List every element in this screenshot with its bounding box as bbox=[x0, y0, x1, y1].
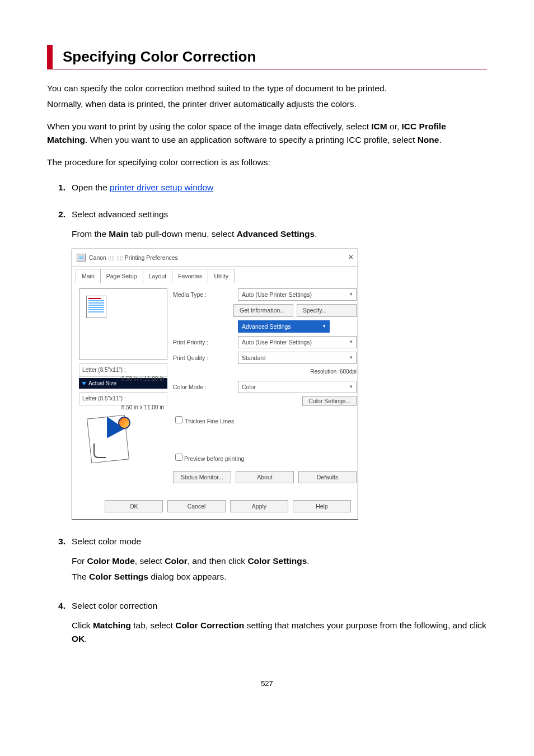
tab-favorites[interactable]: Favorites bbox=[172, 269, 208, 283]
step-3-body-1: For Color Mode, select Color, and then c… bbox=[72, 554, 487, 568]
about-button[interactable]: About bbox=[236, 471, 294, 483]
chevron-down-icon: ▾ bbox=[350, 338, 353, 346]
color-mode-label: Color Mode : bbox=[173, 382, 233, 391]
specify-button[interactable]: Specify... bbox=[297, 304, 357, 316]
apply-button[interactable]: Apply bbox=[230, 500, 288, 512]
defaults-button[interactable]: Defaults bbox=[298, 471, 357, 483]
step-1-head: Open the printer driver setup window bbox=[58, 183, 487, 193]
resolution-text: Resolution :600dpi bbox=[173, 367, 357, 376]
page-preview bbox=[79, 288, 167, 360]
preview-before-printing-checkbox[interactable]: Preview before printing bbox=[173, 455, 244, 462]
media-type-label: Media Type : bbox=[173, 290, 233, 299]
intro-para-3: When you want to print by using the colo… bbox=[47, 120, 487, 147]
tab-utility[interactable]: Utility bbox=[208, 269, 235, 283]
intro-para-2: Normally, when data is printed, the prin… bbox=[47, 97, 487, 111]
print-quality-select[interactable]: Standard▾ bbox=[238, 352, 357, 364]
status-monitor-button[interactable]: Status Monitor... bbox=[173, 471, 231, 483]
paper-size-1: Letter (8.5"x11") : 8.50 in x 11.00 in bbox=[79, 363, 167, 377]
media-type-select[interactable]: Auto (Use Printer Settings)▾ bbox=[238, 288, 357, 301]
help-button[interactable]: Help bbox=[293, 500, 351, 512]
chevron-down-icon: ▾ bbox=[350, 291, 353, 298]
chevron-down-icon: ▾ bbox=[350, 383, 353, 391]
thicken-fine-lines-checkbox[interactable]: Thicken Fine Lines bbox=[173, 418, 234, 424]
printer-icon bbox=[77, 254, 86, 262]
step-2-head: Select advanced settings bbox=[58, 209, 487, 220]
dialog-title: Canon ▯▯ ▯▯ Printing Preferences bbox=[89, 253, 178, 262]
step-4-body: Click Matching tab, select Color Correct… bbox=[72, 619, 487, 646]
preview-graphic bbox=[79, 412, 146, 470]
color-settings-button[interactable]: Color Settings... bbox=[302, 396, 357, 406]
cancel-button[interactable]: Cancel bbox=[167, 500, 226, 512]
step-4-head: Select color correction bbox=[58, 601, 487, 611]
page-title-block: Specifying Color Correction bbox=[47, 45, 487, 69]
page-title: Specifying Color Correction bbox=[63, 48, 487, 66]
tab-main[interactable]: Main bbox=[76, 269, 101, 283]
chevron-down-icon: ▾ bbox=[350, 354, 353, 362]
get-information-button[interactable]: Get Information... bbox=[233, 304, 293, 316]
advanced-settings-select[interactable]: Advanced Settings▾ bbox=[238, 320, 330, 333]
chevron-down-icon bbox=[82, 382, 86, 385]
intro-para-4: The procedure for specifying color corre… bbox=[47, 156, 487, 169]
chevron-down-icon: ▾ bbox=[323, 323, 326, 330]
print-quality-label: Print Quality : bbox=[173, 353, 233, 362]
tab-page-setup[interactable]: Page Setup bbox=[100, 269, 143, 283]
ok-button[interactable]: OK bbox=[105, 500, 163, 512]
color-mode-select[interactable]: Color▾ bbox=[238, 381, 357, 393]
dialog-tabs: Main Page Setup Layout Favorites Utility bbox=[72, 267, 358, 283]
print-priority-label: Print Priority : bbox=[173, 338, 233, 347]
step-3-head: Select color mode bbox=[58, 536, 487, 547]
page-number: 527 bbox=[47, 679, 487, 688]
step-2-body: From the Main tab pull-down menu, select… bbox=[72, 227, 487, 241]
intro-para-1: You can specify the color correction met… bbox=[47, 82, 487, 95]
print-priority-select[interactable]: Auto (Use Printer Settings)▾ bbox=[238, 336, 357, 348]
paper-size-2: Letter (8.5"x11") : 8.50 in x 11.00 in bbox=[79, 392, 167, 405]
tab-layout[interactable]: Layout bbox=[143, 269, 173, 283]
step-3-body-2: The Color Settings dialog box appears. bbox=[72, 570, 487, 584]
printing-preferences-dialog: Canon ▯▯ ▯▯ Printing Preferences × Main … bbox=[72, 249, 358, 520]
close-icon[interactable]: × bbox=[349, 251, 353, 264]
printer-driver-setup-link[interactable]: printer driver setup window bbox=[110, 183, 213, 192]
